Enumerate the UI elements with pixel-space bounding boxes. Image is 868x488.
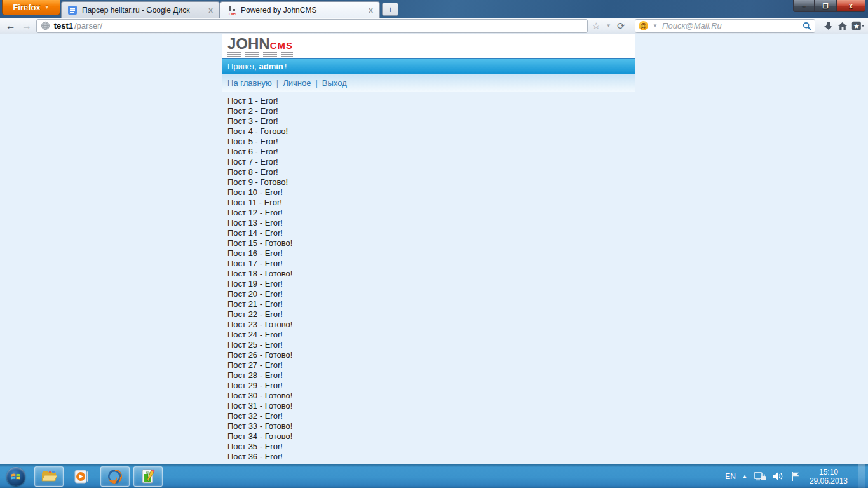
post-row: Пост 25 - Eror!: [227, 340, 635, 350]
post-row: Пост 30 - Готово!: [227, 391, 635, 401]
language-indicator[interactable]: EN: [725, 472, 736, 481]
post-row: Пост 32 - Eror!: [227, 411, 635, 421]
johncms-content: JOHNCMS Привет, admin ! На главную|Лично…: [222, 34, 635, 464]
history-dropdown-icon[interactable]: ▼: [605, 23, 613, 29]
post-row: Пост 13 - Eror!: [227, 218, 635, 228]
site-logo-area: JOHNCMS: [222, 34, 635, 58]
search-engine-dropdown-icon[interactable]: ▼: [651, 23, 659, 29]
logo-john-text: JOHN: [227, 35, 270, 52]
downloads-icon[interactable]: [823, 21, 833, 31]
home-icon[interactable]: [837, 21, 848, 31]
tab-title: Powered by JohnCMS: [241, 6, 363, 15]
browser-titlebar: Firefox ▼ Парсер helltar.ru - Google Дис…: [0, 0, 868, 18]
taskbar-explorer-button[interactable]: [34, 466, 64, 487]
mailru-search-icon[interactable]: @: [639, 21, 648, 30]
nav-link[interactable]: Выход: [322, 78, 347, 88]
system-tray: EN ▲ 15:10 29.06.2013: [725, 464, 868, 488]
refresh-icon[interactable]: ⟳: [615, 20, 627, 32]
tab-close-icon[interactable]: x: [207, 6, 214, 15]
post-row: Пост 31 - Готово!: [227, 401, 635, 411]
bookmark-star-icon[interactable]: ☆: [590, 20, 602, 32]
post-row: Пост 9 - Готово!: [227, 177, 635, 187]
back-button[interactable]: ←: [4, 20, 17, 32]
nav-link[interactable]: На главную: [227, 78, 272, 88]
network-icon[interactable]: [754, 471, 766, 482]
site-nav-links: На главную|Личное|Выход: [222, 74, 635, 92]
post-row: Пост 1 - Eror!: [227, 96, 635, 106]
tray-expand-icon[interactable]: ▲: [742, 473, 747, 479]
firefox-menu-label: Firefox: [13, 3, 40, 12]
logo-decoration-lines: [227, 52, 293, 57]
globe-icon: [41, 21, 50, 30]
taskbar-firefox-button[interactable]: [100, 466, 130, 487]
taskbar: EN ▲ 15:10 29.06.2013: [0, 464, 868, 488]
svg-text:★: ★: [853, 22, 860, 30]
nav-separator: |: [315, 78, 317, 88]
post-row: Пост 28 - Eror!: [227, 370, 635, 381]
minimize-button[interactable]: –: [793, 0, 815, 12]
post-row: Пост 26 - Готово!: [227, 350, 635, 360]
search-placeholder: Поиск@Mail.Ru: [662, 21, 799, 30]
post-row: Пост 16 - Eror!: [227, 248, 635, 259]
page-viewport: JOHNCMS Привет, admin ! На главную|Лично…: [0, 34, 868, 464]
new-tab-button[interactable]: +: [382, 3, 398, 16]
taskbar-media-player-button[interactable]: [67, 466, 97, 487]
post-row: Пост 7 - Eror!: [227, 157, 635, 167]
johncms-icon: CMS: [226, 5, 236, 15]
post-row: Пост 22 - Eror!: [227, 309, 635, 320]
toolbar-right-icons: ★: [823, 21, 864, 31]
google-docs-icon: [67, 5, 78, 15]
close-button[interactable]: x: [836, 0, 865, 12]
post-row: Пост 6 - Eror!: [227, 147, 635, 157]
post-row: Пост 4 - Готово!: [227, 126, 635, 137]
volume-icon[interactable]: [773, 471, 784, 481]
show-desktop-button[interactable]: [858, 464, 865, 488]
url-bar[interactable]: test1/parser/: [36, 19, 588, 33]
tab-strip: Парсер helltar.ru - Google Диск x CMS Po…: [61, 1, 398, 18]
url-path: /parser/: [74, 21, 102, 30]
clock[interactable]: 15:10 29.06.2013: [810, 468, 848, 485]
greeting-suffix: !: [285, 62, 287, 71]
post-row: Пост 29 - Eror!: [227, 381, 635, 391]
start-button[interactable]: [6, 467, 25, 486]
post-row: Пост 34 - Готово!: [227, 431, 635, 442]
tab-google-disk[interactable]: Парсер helltar.ru - Google Диск x: [61, 1, 220, 18]
forward-button[interactable]: →: [20, 20, 33, 32]
bookmarks-menu-icon[interactable]: ★: [851, 21, 864, 31]
notepadpp-icon: [140, 468, 156, 485]
post-row: Пост 12 - Eror!: [227, 208, 635, 218]
post-row: Пост 35 - Eror!: [227, 442, 635, 452]
post-row: Пост 5 - Eror!: [227, 137, 635, 147]
browser-toolbar: ← → test1/parser/ ☆ ▼ ⟳ @ ▼ Поиск@Mail.R…: [0, 18, 868, 34]
post-row: Пост 3 - Eror!: [227, 116, 635, 126]
taskbar-notepadpp-button[interactable]: [133, 466, 163, 487]
post-row: Пост 21 - Eror!: [227, 299, 635, 309]
post-row: Пост 8 - Eror!: [227, 167, 635, 177]
svg-text:CMS: CMS: [229, 11, 236, 15]
post-row: Пост 33 - Готово!: [227, 421, 635, 431]
clock-time: 15:10: [810, 468, 848, 477]
clock-date: 29.06.2013: [810, 477, 848, 485]
tab-johncms[interactable]: CMS Powered by JohnCMS x: [220, 1, 380, 18]
tab-close-icon[interactable]: x: [367, 6, 374, 15]
search-box[interactable]: @ ▼ Поиск@Mail.Ru: [635, 19, 815, 33]
post-row: Пост 17 - Eror!: [227, 259, 635, 269]
post-row: Пост 24 - Eror!: [227, 330, 635, 340]
search-icon[interactable]: [803, 22, 811, 30]
post-row: Пост 15 - Готово!: [227, 238, 635, 248]
greeting-bar: Привет, admin !: [222, 58, 635, 74]
greeting-username: admin: [259, 62, 283, 71]
logo-cms-text: CMS: [270, 40, 293, 51]
tab-title: Парсер helltar.ru - Google Диск: [82, 6, 203, 15]
action-center-flag-icon[interactable]: [790, 471, 801, 482]
firefox-menu-button[interactable]: Firefox ▼: [2, 0, 60, 15]
post-row: Пост 27 - Eror!: [227, 360, 635, 370]
greeting-prefix: Привет,: [227, 62, 257, 71]
media-player-icon: [74, 469, 90, 484]
restore-button[interactable]: ❐: [815, 0, 836, 12]
post-row: Пост 18 - Готово!: [227, 269, 635, 279]
nav-link[interactable]: Личное: [283, 78, 311, 88]
johncms-logo: JOHNCMS: [227, 36, 293, 57]
windows-logo-icon: [11, 471, 21, 482]
post-row: Пост 14 - Eror!: [227, 228, 635, 238]
